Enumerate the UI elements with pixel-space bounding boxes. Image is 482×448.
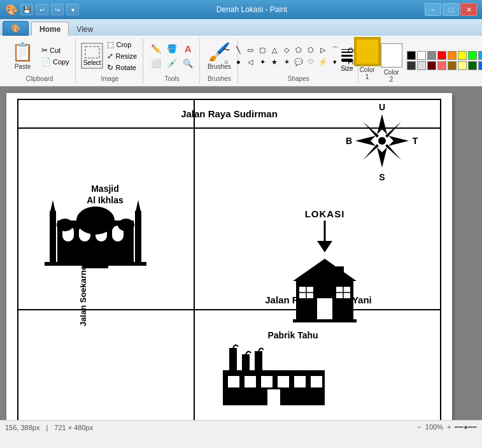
fill-tool[interactable]: 🪣 — [164, 41, 180, 55]
zoom-plus[interactable]: + — [447, 423, 451, 431]
palette-lightgray[interactable] — [417, 61, 426, 70]
clipboard-group: 📋 Paste ✂ Cut 📄 Copy Clipboard — [4, 38, 76, 83]
palette-darkgray[interactable] — [407, 61, 416, 70]
palette-darkgreen[interactable] — [468, 61, 477, 70]
shape-roundrect[interactable]: ▢ — [257, 44, 268, 55]
palette-black[interactable] — [407, 51, 416, 60]
svg-point-12 — [57, 219, 73, 231]
app-icon: 🎨 — [5, 4, 18, 16]
map-svg: Jalan Raya Sudirman Jalan Soekarno Hatta… — [6, 93, 452, 420]
shape-pent[interactable]: ⬠ — [293, 44, 304, 55]
qa-dropdown-btn[interactable]: ▾ — [66, 4, 79, 15]
pencil-tool[interactable]: ✏️ — [148, 41, 164, 55]
maximize-btn[interactable]: □ — [443, 3, 459, 16]
svg-text:U: U — [379, 102, 385, 112]
window-controls: − □ ✕ — [425, 3, 477, 16]
color-group: Size Color1 Color2 — [360, 38, 478, 83]
shape-star4[interactable]: ✦ — [257, 56, 268, 68]
color1-label: Color1 — [360, 66, 375, 80]
paint-menu-btn[interactable]: 🎨 — [3, 21, 29, 36]
shape-more[interactable]: ▾ — [329, 56, 341, 68]
tab-view[interactable]: View — [69, 22, 101, 36]
road-top-label: Jalan Raya Sudirman — [181, 108, 278, 119]
shape-rect[interactable]: ▭ — [245, 44, 256, 55]
palette-lightblue[interactable] — [478, 61, 482, 70]
color2-box[interactable] — [381, 43, 402, 68]
paste-btn[interactable]: 📋 Paste — [8, 39, 38, 73]
palette-darkred[interactable] — [427, 61, 436, 70]
crop-btn[interactable]: ⬚ Crop — [105, 40, 139, 50]
image-group-label: Image — [77, 75, 143, 82]
text-tool[interactable]: A — [180, 41, 195, 55]
minimize-btn[interactable]: − — [425, 3, 441, 16]
shape-diamond[interactable]: ◇ — [281, 44, 292, 55]
clipboard-group-label: Clipboard — [4, 75, 75, 82]
canvas-area[interactable]: Jalan Raya Sudirman Jalan Soekarno Hatta… — [0, 87, 482, 420]
shape-star6[interactable]: ✶ — [281, 56, 292, 68]
ribbon-tabs: 🎨 Home View — [0, 19, 482, 36]
shape-callout[interactable]: 💬 — [293, 56, 304, 68]
palette-brown[interactable] — [448, 61, 457, 70]
shape-line[interactable]: ╲ — [232, 44, 244, 55]
shape-hex[interactable]: ⬡ — [305, 44, 316, 55]
zoom-minus[interactable]: − — [417, 423, 421, 431]
shape-heart[interactable]: ♡ — [305, 56, 316, 68]
main-area: Jalan Raya Sudirman Jalan Soekarno Hatta… — [0, 87, 482, 434]
cut-btn[interactable]: ✂ Cut — [39, 45, 71, 55]
svg-point-13 — [118, 219, 134, 231]
cut-label: Cut — [50, 47, 60, 54]
color-palette — [407, 51, 482, 70]
color1-box[interactable] — [355, 38, 379, 65]
copy-label: Copy — [53, 58, 69, 66]
palette-green[interactable] — [468, 51, 477, 60]
select-btn[interactable]: Select — [81, 43, 104, 69]
shape-ellipse[interactable]: ○ — [220, 56, 232, 68]
shape-circle[interactable]: ● — [232, 56, 244, 68]
undo-btn[interactable]: ↩ — [36, 4, 48, 15]
svg-point-28 — [378, 137, 386, 145]
palette-red[interactable] — [437, 51, 446, 60]
rotate-btn[interactable]: ↻ Rotate — [105, 62, 139, 73]
svg-rect-51 — [245, 376, 256, 387]
svg-rect-53 — [278, 376, 289, 387]
zoom-slider[interactable]: ━━●━━ — [455, 423, 477, 431]
palette-gray[interactable] — [427, 51, 436, 60]
palette-pink[interactable] — [437, 61, 446, 70]
palette-white[interactable] — [417, 51, 426, 60]
zoom-tool[interactable]: 🔍 — [180, 56, 195, 70]
svg-rect-52 — [261, 376, 273, 387]
save-quickaccess-btn[interactable]: 💾 — [20, 4, 33, 15]
palette-cyan[interactable] — [478, 51, 482, 60]
svg-rect-16 — [135, 211, 141, 262]
select-icon — [84, 45, 101, 59]
shape-arrow-r[interactable]: ▷ — [317, 44, 329, 55]
shape-lightning[interactable]: ⚡ — [317, 56, 329, 68]
resize-btn[interactable]: ⤢ Resize — [105, 51, 139, 61]
svg-text:S: S — [379, 172, 385, 182]
rotate-label: Rotate — [115, 64, 136, 71]
size-selector[interactable]: Size — [341, 49, 353, 72]
title-bar-left: 🎨 💾 ↩ ↪ ▾ — [5, 4, 79, 16]
picker-tool[interactable]: 💉 — [164, 56, 180, 70]
shape-scroll[interactable]: ⌒ — [329, 44, 341, 55]
coords-display: 156, 388px — [5, 424, 39, 431]
shape-rtri[interactable]: ◁ — [245, 56, 256, 68]
crop-icon: ⬚ — [107, 40, 114, 49]
select-label: Select — [83, 59, 101, 66]
tab-home[interactable]: Home — [31, 22, 69, 36]
palette-orange[interactable] — [448, 51, 457, 60]
eraser-tool[interactable]: ⬜ — [148, 56, 164, 70]
close-btn[interactable]: ✕ — [460, 3, 477, 16]
shape-curve[interactable]: 〜 — [220, 44, 232, 55]
redo-btn[interactable]: ↪ — [51, 4, 64, 15]
color-boxes: Color1 Color2 — [355, 38, 402, 83]
svg-rect-19 — [83, 266, 108, 268]
shape-star5[interactable]: ★ — [269, 56, 280, 68]
canvas-wrapper: Jalan Raya Sudirman Jalan Soekarno Hatta… — [6, 93, 452, 420]
shape-tri[interactable]: △ — [269, 44, 280, 55]
palette-yellow[interactable] — [458, 51, 467, 60]
svg-rect-37 — [336, 266, 344, 284]
copy-btn[interactable]: 📄 Copy — [39, 57, 71, 67]
palette-lightyellow[interactable] — [458, 61, 467, 70]
paste-icon: 📋 — [11, 41, 34, 62]
